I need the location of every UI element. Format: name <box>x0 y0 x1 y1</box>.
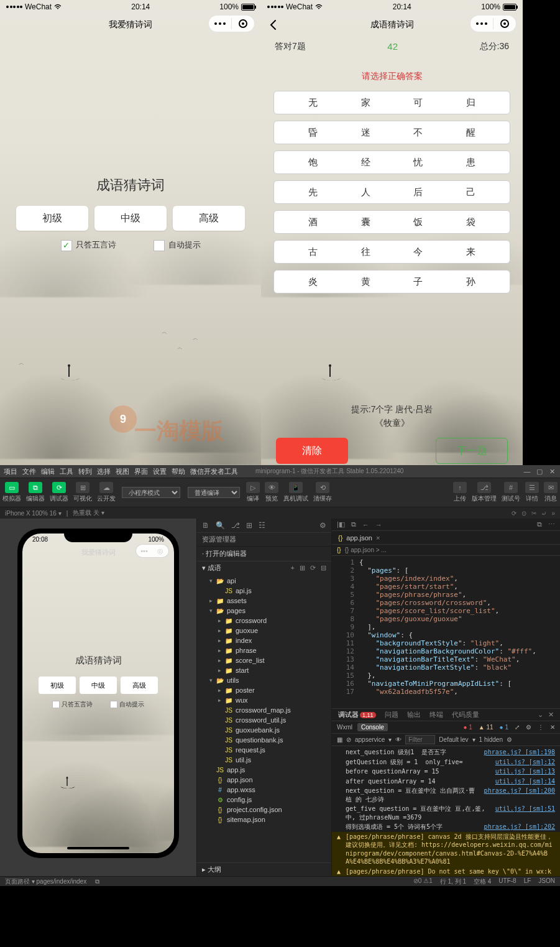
auto-hint-checkbox[interactable]: 自动提示 <box>154 239 201 251</box>
toolbar-cloud-toggle[interactable]: ☁云开发 <box>94 478 118 507</box>
devicebar-reload-icon[interactable]: ⟳ <box>512 510 516 517</box>
refresh-icon[interactable]: ⟳ <box>310 564 316 572</box>
console-subtab-console[interactable]: Console <box>357 723 388 731</box>
menubar-item[interactable]: 微信开发者工具 <box>190 468 238 475</box>
level-button-advanced[interactable]: 高级 <box>173 206 245 231</box>
compile-select[interactable]: 普通编译 <box>188 487 240 498</box>
capsule-close-button[interactable] <box>493 15 516 32</box>
console-clear-icon[interactable]: ⊘ <box>346 736 351 743</box>
explorer-settings-icon[interactable]: ⚙ <box>319 521 326 530</box>
sim-only5-checkbox[interactable]: 只答五言诗 <box>52 700 93 709</box>
toolbar-clear-cache-button[interactable]: ⟲清缓存 <box>311 478 334 507</box>
toolbar-testid-button[interactable]: #测试号 <box>499 478 523 507</box>
devicebar-record-icon[interactable]: ⊙ <box>521 510 526 517</box>
toolbar-version-button[interactable]: ⎇版本管理 <box>469 478 499 507</box>
editor-more-icon[interactable]: ⋯ <box>548 520 555 529</box>
toolbar-remote-debug-button[interactable]: 📱真机调试 <box>281 478 311 507</box>
toolbar-visual-toggle[interactable]: ⊞可视化 <box>71 478 94 507</box>
toolbar-editor-toggle[interactable]: ⧉编辑器 <box>24 478 47 507</box>
file-tree-item[interactable]: {}sitemap.json <box>197 815 331 825</box>
file-tree-item[interactable]: {}app.json <box>197 775 331 785</box>
file-tree-item[interactable]: JScrossword_util.js <box>197 715 331 725</box>
console-tab-output[interactable]: 输出 <box>407 710 421 719</box>
editor-sidebar-toggle-icon[interactable]: |◧ <box>337 520 345 529</box>
console-subtab-wxml[interactable]: Wxml <box>337 724 352 731</box>
menubar-item[interactable]: 项目 <box>4 468 17 475</box>
console-more-icon[interactable]: ⋮ <box>538 724 544 731</box>
sim-capsule-close[interactable]: ◎ <box>152 545 168 557</box>
next-question-button[interactable]: 下一题 <box>436 438 508 464</box>
answer-option[interactable]: 炎黄子孙 <box>273 270 510 293</box>
level-button-intermediate[interactable]: 中级 <box>94 206 167 231</box>
console-close2-icon[interactable]: ✕ <box>550 724 555 731</box>
console-close-icon[interactable]: ✕ <box>548 711 554 719</box>
file-tree-item[interactable]: ▸📁phrase <box>197 645 331 655</box>
editor-split-icon[interactable]: ⧉ <box>351 520 356 529</box>
editor-tab-appjson[interactable]: {}app.json× <box>332 531 386 544</box>
file-tree-item[interactable]: ▾📂api <box>197 576 331 586</box>
file-tree-item[interactable]: JSapp.js <box>197 765 331 775</box>
file-tree-item[interactable]: JSquestionbank.js <box>197 735 331 745</box>
only-five-checkbox[interactable]: ✓只答五言诗 <box>61 239 116 251</box>
menubar-item[interactable]: 编辑 <box>41 468 55 475</box>
open-editors-section[interactable]: · 打开的编辑器 <box>197 547 331 561</box>
menubar-item[interactable]: 帮助 <box>172 468 185 475</box>
toolbar-debugger-toggle[interactable]: ⟳调试器 <box>47 478 71 507</box>
toolbar-details-button[interactable]: ☰详情 <box>523 478 541 507</box>
file-tree-item[interactable]: ▸📁guoxue <box>197 626 331 635</box>
console-level-select[interactable]: Default lev <box>439 736 468 743</box>
menubar-item[interactable]: 选择 <box>97 468 111 475</box>
new-folder-icon[interactable]: ⊞ <box>300 564 305 572</box>
file-tree-item[interactable]: ▸📁wux <box>197 695 331 705</box>
console-eye-icon[interactable]: 👁 <box>395 736 402 743</box>
console-expand-icon[interactable]: ⤢ <box>515 724 520 731</box>
window-maximize-button[interactable]: ▢ <box>535 467 544 476</box>
file-tree-item[interactable]: JSutil.js <box>197 755 331 765</box>
console-settings-icon[interactable]: ⚙ <box>526 724 531 731</box>
console-tab-problems[interactable]: 问题 <box>385 710 398 719</box>
explorer-tree-icon[interactable]: ☷ <box>259 521 265 530</box>
back-button[interactable] <box>266 17 281 32</box>
answer-option[interactable]: 昏迷不醒 <box>273 121 510 144</box>
sim-capsule-menu[interactable]: ••• <box>136 545 152 557</box>
file-tree-item[interactable]: ▸📁score_list <box>197 655 331 665</box>
file-tree-item[interactable]: ▾📂utils <box>197 675 331 685</box>
devicebar-more-icon[interactable]: » <box>551 510 555 517</box>
file-tree-item[interactable]: JSguoxuebank.js <box>197 725 331 735</box>
device-select[interactable]: iPhone X 100% 16 ▾ <box>5 510 62 517</box>
explorer-ext-icon[interactable]: ⊞ <box>246 521 252 530</box>
devicebar-rotate-icon[interactable]: ⤾ <box>541 510 546 517</box>
toolbar-compile-button[interactable]: ▷编译 <box>244 478 262 507</box>
toolbar-upload-button[interactable]: ↑上传 <box>451 478 469 507</box>
console-tab-terminal[interactable]: 终端 <box>429 710 443 719</box>
page-path-label[interactable]: 页面路径 ▾ pages/index/index <box>5 877 86 886</box>
window-minimize-button[interactable]: — <box>523 467 531 476</box>
copy-path-icon[interactable]: ⧉ <box>95 878 99 885</box>
file-tree-item[interactable]: JScrossword_map.js <box>197 705 331 715</box>
answer-option[interactable]: 无家可归 <box>273 91 510 114</box>
file-tree-item[interactable]: ▸📁crossword <box>197 616 331 626</box>
editor-nav-back-icon[interactable]: ← <box>362 521 369 529</box>
answer-option[interactable]: 先人后己 <box>273 180 510 204</box>
new-file-icon[interactable]: + <box>291 564 295 572</box>
console-gear2-icon[interactable]: ⚙ <box>507 736 512 743</box>
capsule-menu-button[interactable] <box>470 15 493 32</box>
file-tree-item[interactable]: ▸📁start <box>197 665 331 675</box>
status-problem-counts[interactable]: ⊘0 ⚠1 <box>413 877 433 886</box>
toolbar-preview-button[interactable]: 👁预览 <box>262 478 281 507</box>
capsule-close-button[interactable] <box>232 15 254 32</box>
collapse-icon[interactable]: ⊟ <box>321 564 326 572</box>
answer-option[interactable]: 酒囊饭袋 <box>273 210 510 234</box>
close-tab-icon[interactable]: × <box>376 534 380 542</box>
editor-breadcrumb[interactable]: {}{} app.json > ... <box>332 545 560 556</box>
console-tab-quality[interactable]: 代码质量 <box>452 710 479 719</box>
clear-button[interactable]: 清除 <box>276 438 348 464</box>
hotreload-toggle[interactable]: 热重载 关 ▾ <box>73 509 104 517</box>
console-tab-debugger[interactable]: 调试器1,11 <box>338 710 376 719</box>
project-root-label[interactable]: ▾ 成语 <box>202 563 221 573</box>
console-filter-icon[interactable]: ▦ <box>337 736 342 743</box>
level-button-beginner[interactable]: 初级 <box>16 206 88 231</box>
console-collapse-icon[interactable]: ⌄ <box>538 711 543 719</box>
menubar-item[interactable]: 视图 <box>116 468 129 475</box>
mode-select[interactable]: 小程序模式 <box>122 487 180 498</box>
